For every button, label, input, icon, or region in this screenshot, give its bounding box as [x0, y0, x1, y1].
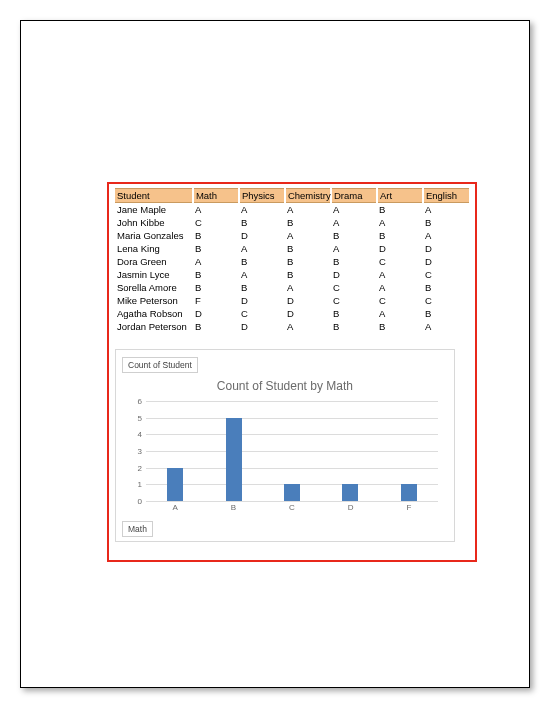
col-header: Math: [193, 189, 239, 203]
grade-cell: C: [377, 294, 423, 307]
chart-y-tick: 5: [130, 413, 142, 422]
grade-cell: B: [331, 307, 377, 320]
chart-bar: [401, 484, 417, 501]
grade-cell: D: [423, 255, 469, 268]
grade-cell: D: [285, 294, 331, 307]
table-row: John KibbeCBBAAB: [115, 216, 469, 229]
grade-cell: A: [285, 229, 331, 242]
table-row: Maria GonzalesBDABBA: [115, 229, 469, 242]
grade-cell: B: [193, 242, 239, 255]
grade-cell: D: [423, 242, 469, 255]
chart-y-tick: 6: [130, 397, 142, 406]
grade-cell: B: [423, 216, 469, 229]
grade-cell: A: [423, 320, 469, 333]
table-row: Sorella AmoreBBACAB: [115, 281, 469, 294]
table-row: Jane MapleAAAABA: [115, 203, 469, 217]
student-name-cell: Agatha Robson: [115, 307, 193, 320]
grade-cell: A: [423, 203, 469, 217]
table-row: Dora GreenABBBCD: [115, 255, 469, 268]
grade-cell: A: [239, 242, 285, 255]
chart-x-axis: ABCDF: [146, 503, 438, 512]
student-name-cell: Jane Maple: [115, 203, 193, 217]
col-header: Art: [377, 189, 423, 203]
col-header: Drama: [331, 189, 377, 203]
chart-y-tick: 1: [130, 480, 142, 489]
chart-y-tick: 0: [130, 497, 142, 506]
chart-x-tick: D: [348, 503, 354, 512]
grade-cell: A: [285, 203, 331, 217]
grade-cell: B: [423, 307, 469, 320]
student-name-cell: John Kibbe: [115, 216, 193, 229]
student-name-cell: Mike Peterson: [115, 294, 193, 307]
chart-x-tick: C: [289, 503, 295, 512]
grade-cell: B: [331, 229, 377, 242]
grade-cell: B: [285, 268, 331, 281]
chart-axis-pill: Math: [122, 521, 153, 537]
table-row: Jordan PetersonBDABBA: [115, 320, 469, 333]
chart-x-tick: A: [172, 503, 177, 512]
grade-cell: B: [331, 255, 377, 268]
grade-cell: C: [193, 216, 239, 229]
grade-cell: A: [423, 229, 469, 242]
grade-cell: B: [193, 281, 239, 294]
grade-cell: D: [193, 307, 239, 320]
chart-bar: [284, 484, 300, 501]
grade-cell: B: [377, 229, 423, 242]
grade-cell: B: [285, 216, 331, 229]
grade-cell: B: [193, 320, 239, 333]
grade-cell: C: [331, 281, 377, 294]
table-row: Jasmin LyceBABDAC: [115, 268, 469, 281]
grade-cell: B: [239, 216, 285, 229]
student-name-cell: Jasmin Lyce: [115, 268, 193, 281]
chart-y-tick: 2: [130, 463, 142, 472]
grade-cell: A: [193, 203, 239, 217]
grade-cell: C: [377, 255, 423, 268]
grade-cell: D: [377, 242, 423, 255]
grade-cell: A: [239, 268, 285, 281]
grade-cell: C: [423, 294, 469, 307]
grade-cell: A: [377, 281, 423, 294]
grade-cell: F: [193, 294, 239, 307]
grade-cell: B: [239, 255, 285, 268]
grade-cell: B: [377, 320, 423, 333]
grade-cell: B: [423, 281, 469, 294]
document-page: Student Math Physics Chemistry Drama Art…: [20, 20, 530, 688]
grade-cell: C: [423, 268, 469, 281]
grade-cell: D: [239, 320, 285, 333]
chart-title: Count of Student by Math: [122, 379, 448, 393]
chart-y-tick: 3: [130, 447, 142, 456]
grades-table: Student Math Physics Chemistry Drama Art…: [115, 188, 469, 333]
grade-cell: A: [331, 216, 377, 229]
table-row: Mike PetersonFDDCCC: [115, 294, 469, 307]
grade-cell: A: [377, 268, 423, 281]
grade-cell: B: [331, 320, 377, 333]
table-row: Lena KingBABADD: [115, 242, 469, 255]
grade-cell: D: [285, 307, 331, 320]
table-row: Agatha RobsonDCDBAB: [115, 307, 469, 320]
chart-x-tick: B: [231, 503, 236, 512]
chart-bars: [146, 401, 438, 501]
chart-bar: [342, 484, 358, 501]
grade-cell: A: [377, 216, 423, 229]
grade-cell: B: [193, 268, 239, 281]
student-name-cell: Sorella Amore: [115, 281, 193, 294]
col-header: Chemistry: [285, 189, 331, 203]
grade-cell: B: [377, 203, 423, 217]
chart-y-tick: 4: [130, 430, 142, 439]
col-header: Student: [115, 189, 193, 203]
student-name-cell: Lena King: [115, 242, 193, 255]
student-name-cell: Maria Gonzales: [115, 229, 193, 242]
chart-field-pill: Count of Student: [122, 357, 198, 373]
chart-plot-area: 0123456: [146, 401, 438, 501]
chart-gridline: [146, 501, 438, 502]
student-name-cell: Jordan Peterson: [115, 320, 193, 333]
chart-bar: [167, 468, 183, 501]
student-name-cell: Dora Green: [115, 255, 193, 268]
grade-cell: A: [285, 320, 331, 333]
grade-cell: C: [239, 307, 285, 320]
grade-cell: A: [331, 203, 377, 217]
grade-cell: A: [285, 281, 331, 294]
grade-cell: C: [331, 294, 377, 307]
grade-cell: D: [239, 229, 285, 242]
grade-cell: A: [239, 203, 285, 217]
